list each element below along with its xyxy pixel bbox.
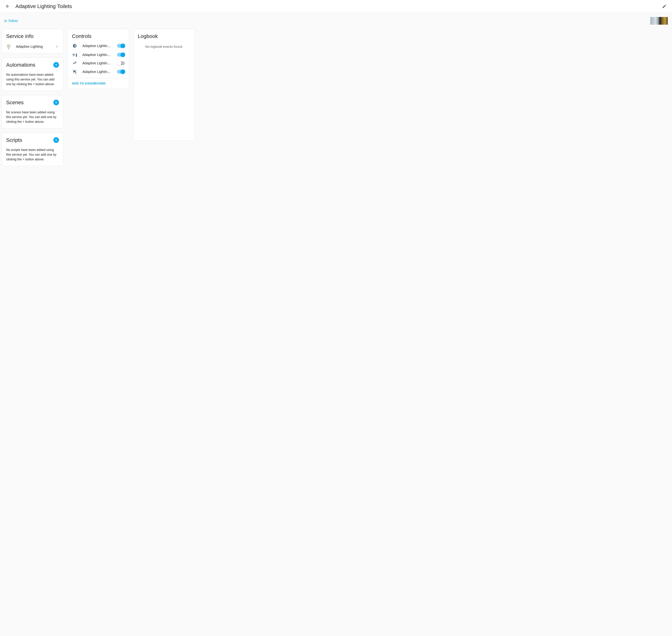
scenes-card: Scenes No scenes have been added using t…: [2, 95, 63, 128]
svg-line-11: [73, 54, 73, 54]
scenes-title: Scenes: [6, 99, 53, 105]
controls-card: Controls Adaptive Lightin… Adaptive Ligh…: [68, 29, 129, 89]
control-label: Adaptive Lightin…: [82, 61, 117, 65]
breadcrumb-row: In Toilets: [0, 13, 672, 29]
scenes-empty-text: No scenes have been added using this ser…: [2, 110, 63, 128]
page-title: Adaptive Lighting Toilets: [15, 3, 661, 9]
logbook-empty-text: No logbook events found.: [134, 41, 195, 53]
color-temp-icon: [72, 53, 78, 57]
auto-fix-icon: [72, 69, 78, 74]
controls-title: Controls: [68, 29, 129, 41]
scripts-empty-text: No scripts have been added using this se…: [2, 147, 63, 166]
add-automation-button[interactable]: [53, 62, 59, 68]
column-right: Logbook No logbook events found.: [133, 29, 195, 141]
add-to-dashboard-button[interactable]: ADD TO DASHBOARD: [72, 82, 106, 85]
control-toggle[interactable]: [117, 70, 125, 74]
automations-card: Automations No automations have been add…: [2, 58, 63, 91]
column-left: Service info Adaptive Lighting Automatio…: [2, 29, 63, 166]
control-row: Adaptive Lightin…: [68, 51, 129, 59]
control-label: Adaptive Lightin…: [82, 70, 117, 74]
logbook-title: Logbook: [134, 29, 195, 41]
scripts-card: Scripts No scripts have been added using…: [2, 133, 63, 166]
app-header: Adaptive Lighting Toilets: [0, 0, 672, 13]
edit-button[interactable]: [661, 3, 668, 10]
control-row: Adaptive Lightin…: [68, 67, 129, 76]
service-info-title: Service info: [2, 29, 63, 41]
service-info-row[interactable]: Adaptive Lighting: [2, 41, 63, 53]
scripts-title: Scripts: [6, 137, 53, 143]
area-thumbnail[interactable]: [650, 17, 668, 25]
chevron-right-icon: [55, 45, 59, 48]
sleep-icon: zzz: [72, 62, 78, 65]
back-button[interactable]: [4, 3, 11, 10]
control-toggle[interactable]: [117, 44, 125, 48]
service-info-card: Service info Adaptive Lighting: [2, 29, 63, 53]
svg-point-14: [76, 55, 77, 57]
add-script-button[interactable]: [53, 137, 59, 143]
column-middle: Controls Adaptive Lightin… Adaptive Ligh…: [68, 29, 129, 89]
svg-point-7: [73, 54, 75, 56]
arrow-left-icon: [5, 4, 10, 9]
breadcrumb[interactable]: In Toilets: [4, 19, 650, 23]
plus-icon: [55, 63, 58, 66]
plus-icon: [55, 139, 58, 142]
add-scene-button[interactable]: [53, 100, 59, 105]
svg-line-12: [73, 56, 73, 56]
plus-icon: [55, 101, 58, 104]
controls-list: Adaptive Lightin… Adaptive Lightin… zzz …: [68, 41, 129, 78]
control-row: Adaptive Lightin…: [68, 41, 129, 51]
control-row: zzz Adaptive Lightin…: [68, 59, 129, 67]
automations-empty-text: No automations have been added using thi…: [2, 72, 63, 91]
logbook-card: Logbook No logbook events found.: [133, 29, 195, 141]
lightbulb-icon: [6, 44, 11, 49]
controls-footer: ADD TO DASHBOARD: [68, 78, 129, 89]
service-name: Adaptive Lighting: [16, 45, 55, 48]
content-grid: Service info Adaptive Lighting Automatio…: [0, 29, 672, 170]
control-toggle[interactable]: [117, 53, 125, 57]
control-label: Adaptive Lightin…: [82, 53, 117, 57]
brightness-icon: [72, 43, 78, 48]
control-toggle[interactable]: [117, 61, 125, 65]
pencil-icon: [662, 4, 667, 8]
control-label: Adaptive Lightin…: [82, 44, 117, 48]
automations-title: Automations: [6, 62, 53, 68]
